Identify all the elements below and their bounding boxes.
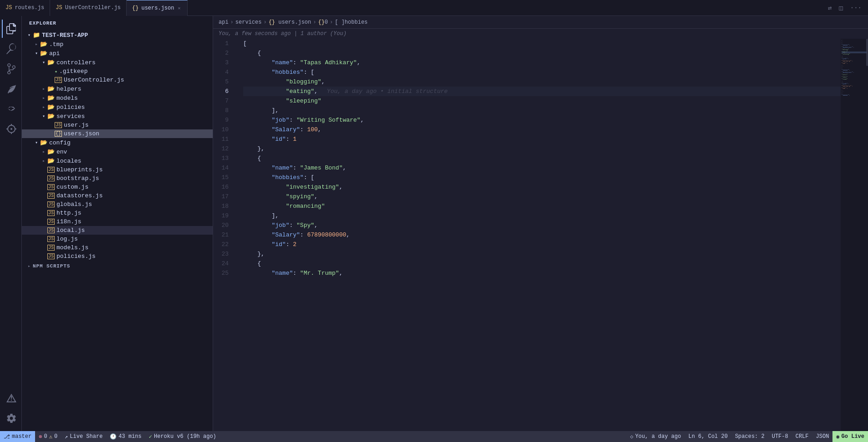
activity-explorer[interactable]: [2, 20, 20, 38]
sidebar-item-tmp[interactable]: ▸ 📂 .tmp: [22, 40, 213, 49]
go-live-label: Go Live: [842, 433, 864, 440]
git-branch-status[interactable]: ⎇ master: [0, 431, 35, 442]
folder-open-icon: 📂: [47, 113, 55, 120]
errors-status[interactable]: ⊗ 0 ⚠ 0: [35, 431, 61, 442]
code-line-2: {: [243, 48, 841, 58]
folder-open-icon: 📂: [40, 139, 47, 146]
npm-scripts-label: NPM SCRIPTS: [33, 263, 70, 269]
tab-user-controller[interactable]: JS UserController.js: [50, 0, 127, 16]
tab-routes-js[interactable]: JS routes.js: [0, 0, 50, 16]
breadcrumb-services[interactable]: services: [235, 19, 262, 26]
sidebar-item-usercontroller[interactable]: JS UserController.js: [22, 76, 213, 84]
chevron-right-icon: ▸: [40, 149, 47, 154]
tree-label: policies.js: [56, 253, 96, 260]
sidebar-item-policies-js[interactable]: JS policies.js: [22, 252, 213, 261]
tree-label: services: [56, 113, 85, 120]
code-line-4: "hobbies": [: [243, 67, 841, 77]
sidebar-item-locales[interactable]: ▸ 📂 locales: [22, 156, 213, 165]
tree-label: datastores.js: [56, 192, 102, 199]
activity-warnings[interactable]: [2, 389, 20, 407]
project-root[interactable]: ▾ 📁 TEST-REST-APP: [22, 31, 213, 40]
sidebar-item-blueprints[interactable]: JS blueprints.js: [22, 165, 213, 174]
sidebar-item-services[interactable]: ▾ 📂 services: [22, 112, 213, 121]
diff-icon[interactable]: ⇄: [826, 3, 833, 13]
time-status[interactable]: 🕐 43 mins: [106, 431, 145, 442]
status-bar: ⎇ master ⊗ 0 ⚠ 0 ↗ Live Share 🕐 43 mins …: [0, 431, 868, 442]
breadcrumb-obj[interactable]: {}0: [318, 19, 328, 26]
js-file-icon: JS: [47, 193, 55, 199]
npm-scripts-section[interactable]: ▸ NPM SCRIPTS: [22, 262, 213, 270]
activity-extensions[interactable]: [2, 100, 20, 118]
sidebar-item-config[interactable]: ▾ 📂 config: [22, 138, 213, 147]
activity-source-control[interactable]: [2, 60, 20, 78]
breadcrumb: api › services › {} users.json › {}0 › […: [213, 16, 868, 29]
sidebar-item-datastores[interactable]: JS datastores.js: [22, 191, 213, 200]
minimap[interactable]: [ { "name": "hobbies": "blog" "eat" "sle…: [841, 39, 868, 431]
spaces-status[interactable]: Spaces: 2: [731, 431, 768, 442]
js-file-icon: JS: [47, 184, 55, 190]
code-line-20: "job": "Spy",: [243, 221, 841, 230]
code-line-13: {: [243, 154, 841, 163]
sidebar-item-gitkeep[interactable]: ✦ .gitkeep: [22, 67, 213, 76]
split-editor-icon[interactable]: ◫: [837, 3, 844, 13]
live-share-label: Live Share: [70, 433, 102, 440]
tree-label: .gitkeep: [59, 68, 87, 75]
tree-label: api: [49, 50, 60, 57]
js-file-icon: JS: [5, 5, 12, 11]
line-ending-label: CRLF: [796, 433, 809, 440]
encoding-label: UTF-8: [772, 433, 788, 440]
sidebar-item-controllers[interactable]: ▾ 📂 controllers: [22, 58, 213, 67]
breadcrumb-file[interactable]: {} users.json: [269, 19, 311, 26]
sidebar-item-helpers[interactable]: ▸ 📂 helpers: [22, 84, 213, 93]
warning-count: 0: [54, 433, 57, 440]
sidebar-item-bootstrap[interactable]: JS bootstrap.js: [22, 174, 213, 183]
breadcrumb-api[interactable]: api: [219, 19, 229, 26]
code-content[interactable]: [ { "name": "Tapas Adhikary", "hobbies":…: [236, 39, 841, 431]
status-right: ◇ You, a day ago Ln 6, Col 20 Spaces: 2 …: [626, 431, 868, 442]
activity-run-debug[interactable]: [2, 80, 20, 98]
git-branch-name: master: [12, 433, 31, 440]
sidebar-item-user-js[interactable]: JS user.js: [22, 121, 213, 129]
json-file-icon: {}: [132, 5, 138, 11]
sidebar-item-local[interactable]: JS local.js: [22, 226, 213, 235]
encoding-status[interactable]: UTF-8: [768, 431, 792, 442]
json-file-icon: {}: [55, 131, 62, 137]
sidebar-item-models[interactable]: ▸ 📂 models: [22, 93, 213, 103]
go-live-icon: ◉: [836, 433, 839, 440]
js-file-icon: JS: [47, 219, 55, 225]
sidebar-item-models-js[interactable]: JS models.js: [22, 243, 213, 252]
activity-settings[interactable]: [2, 409, 20, 427]
activity-search[interactable]: [2, 40, 20, 58]
sidebar-item-custom[interactable]: JS custom.js: [22, 183, 213, 191]
sidebar-item-http[interactable]: JS http.js: [22, 209, 213, 217]
tree-label: env: [56, 149, 67, 155]
sidebar-item-policies[interactable]: ▸ 📂 policies: [22, 103, 213, 112]
chevron-right-icon: ▸: [40, 158, 47, 164]
check-icon: ✓: [149, 433, 152, 440]
tab-close-button[interactable]: ✕: [177, 5, 181, 12]
blame-status[interactable]: ◇ You, a day ago: [626, 431, 684, 442]
sidebar-item-env[interactable]: ▸ 📂 env: [22, 147, 213, 156]
sidebar-item-i18n[interactable]: JS i18n.js: [22, 217, 213, 226]
sidebar-item-users-json[interactable]: {} users.json: [22, 129, 213, 138]
go-live-button[interactable]: ◉ Go Live: [832, 431, 868, 442]
line-ending-status[interactable]: CRLF: [792, 431, 812, 442]
code-line-10: "Salary": 100,: [243, 125, 841, 134]
tree-label: blueprints.js: [56, 166, 102, 173]
activity-remote[interactable]: [2, 120, 20, 138]
heroku-status[interactable]: ✓ Heroku v6 (19h ago): [145, 431, 220, 442]
sidebar-item-api[interactable]: ▾ 📂 api: [22, 49, 213, 58]
sidebar-item-log[interactable]: JS log.js: [22, 235, 213, 243]
chevron-down-icon: ▾: [33, 51, 40, 56]
sidebar-item-globals[interactable]: JS globals.js: [22, 200, 213, 209]
tab-label: users.json: [141, 5, 174, 11]
more-actions-icon[interactable]: ···: [848, 3, 863, 12]
tab-users-json[interactable]: {} users.json ✕: [127, 0, 187, 16]
language-status[interactable]: JSON: [812, 431, 833, 442]
live-share-status[interactable]: ↗ Live Share: [61, 431, 106, 442]
folder-icon: 📂: [40, 41, 47, 48]
live-share-icon: ↗: [65, 433, 68, 440]
cursor-position[interactable]: Ln 6, Col 20: [684, 431, 731, 442]
breadcrumb-arr[interactable]: [ ]hobbies: [335, 19, 368, 26]
special-file-icon: ✦: [55, 69, 57, 74]
